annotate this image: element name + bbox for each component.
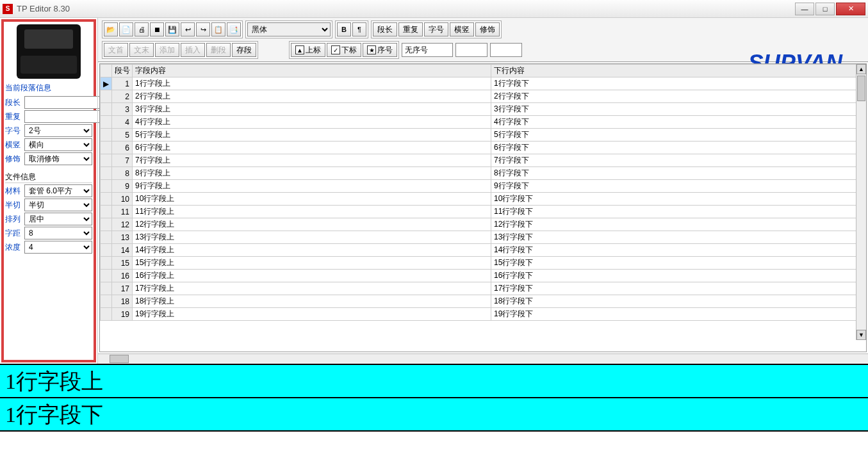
cell-lower[interactable]: 8行字段下	[491, 167, 866, 180]
table-row[interactable]: 55行字段上5行字段下	[101, 129, 866, 142]
row-marker[interactable]	[101, 193, 112, 206]
scroll-up-icon[interactable]: ▲	[856, 64, 866, 74]
cell-lower[interactable]: 13行字段下	[491, 231, 866, 244]
col-lower[interactable]: 下行内容	[491, 65, 866, 77]
cell-segment[interactable]: 3行字段上	[133, 103, 491, 116]
cell-segment[interactable]: 2行字段上	[133, 90, 491, 103]
col-rownum[interactable]: 段号	[112, 65, 133, 77]
paragraph-mark-button[interactable]: ¶	[352, 22, 366, 36]
scroll-down-icon[interactable]: ▼	[856, 330, 866, 340]
toolbar-icon-1[interactable]: 📄	[119, 22, 133, 36]
table-row[interactable]: 1111行字段上11行字段下	[101, 206, 866, 218]
table-row[interactable]: 1515行字段上15行字段下	[101, 257, 866, 270]
format-button-修饰[interactable]: 修饰	[475, 22, 500, 36]
table-row[interactable]: 1818行字段上18行字段下	[101, 295, 866, 308]
scroll-thumb[interactable]	[857, 76, 865, 101]
table-row[interactable]: 1010行字段上10行字段下	[101, 193, 866, 206]
cell-segment[interactable]: 6行字段上	[133, 142, 491, 154]
cell-segment[interactable]: 8行字段上	[133, 167, 491, 180]
format-button-重复[interactable]: 重复	[398, 22, 423, 36]
row-marker[interactable]	[101, 244, 112, 257]
cell-segment[interactable]: 7行字段上	[133, 154, 491, 167]
format-button-横竖[interactable]: 横竖	[450, 22, 474, 36]
superscript-button[interactable]: ▲上标	[291, 43, 325, 57]
cell-lower[interactable]: 14行字段下	[491, 244, 866, 257]
row-marker[interactable]	[101, 90, 112, 103]
row-marker[interactable]	[101, 282, 112, 295]
cell-lower[interactable]: 9行字段下	[491, 180, 866, 193]
row-marker[interactable]	[101, 206, 112, 218]
row-marker[interactable]	[101, 308, 112, 321]
table-row[interactable]: 99行字段上9行字段下	[101, 180, 866, 193]
prop-input-材料[interactable]: 套管 6.0平方	[24, 184, 92, 197]
cell-segment[interactable]: 10行字段上	[133, 193, 491, 206]
cell-segment[interactable]: 16行字段上	[133, 270, 491, 282]
sequence-input[interactable]	[402, 43, 453, 57]
row-marker[interactable]	[101, 218, 112, 231]
table-row[interactable]: 88行字段上8行字段下	[101, 167, 866, 180]
row-marker[interactable]	[101, 231, 112, 244]
row-marker[interactable]	[101, 270, 112, 282]
toolbar-icon-7[interactable]: 📋	[211, 22, 225, 36]
table-row[interactable]: 1313行字段上13行字段下	[101, 231, 866, 244]
nav-button-存段[interactable]: 存段	[232, 43, 256, 57]
cell-lower[interactable]: 17行字段下	[491, 282, 866, 295]
cell-lower[interactable]: 3行字段下	[491, 103, 866, 116]
row-marker[interactable]	[101, 116, 112, 129]
table-row[interactable]: 1616行字段上16行字段下	[101, 270, 866, 282]
toolbar-icon-4[interactable]: 💾	[165, 22, 179, 36]
row-marker[interactable]	[101, 257, 112, 270]
table-row[interactable]: 77行字段上7行字段下	[101, 154, 866, 167]
table-row[interactable]: 22行字段上2行字段下	[101, 90, 866, 103]
cell-segment[interactable]: 15行字段上	[133, 257, 491, 270]
row-marker[interactable]	[101, 142, 112, 154]
cell-lower[interactable]: 6行字段下	[491, 142, 866, 154]
extra-input-2[interactable]	[490, 43, 522, 57]
row-marker[interactable]	[101, 180, 112, 193]
table-row[interactable]: ▶11行字段上1行字段下	[101, 77, 866, 90]
close-button[interactable]: ✕	[836, 3, 865, 15]
prop-input-修饰[interactable]: 取消修饰	[24, 152, 92, 165]
prop-input-字距[interactable]: 8	[24, 227, 92, 239]
cell-segment[interactable]: 12行字段上	[133, 218, 491, 231]
minimize-button[interactable]: —	[795, 3, 814, 15]
horizontal-scrollbar[interactable]	[98, 353, 868, 364]
cell-segment[interactable]: 18行字段上	[133, 295, 491, 308]
cell-lower[interactable]: 18行字段下	[491, 295, 866, 308]
maximize-button[interactable]: □	[815, 3, 835, 15]
cell-lower[interactable]: 15行字段下	[491, 257, 866, 270]
row-marker[interactable]	[101, 295, 112, 308]
prop-input-横竖[interactable]: 横向	[24, 138, 92, 151]
bold-button[interactable]: B	[337, 22, 351, 36]
hscroll-thumb[interactable]	[110, 355, 129, 363]
col-segment[interactable]: 字段内容	[133, 65, 491, 77]
toolbar-icon-0[interactable]: 📂	[104, 22, 118, 36]
row-marker[interactable]: ▶	[101, 77, 112, 90]
cell-lower[interactable]: 4行字段下	[491, 116, 866, 129]
prop-input-浓度[interactable]: 4	[24, 241, 92, 254]
table-row[interactable]: 33行字段上3行字段下	[101, 103, 866, 116]
format-button-字号[interactable]: 字号	[424, 22, 448, 36]
prop-input-字号[interactable]: 2号	[24, 124, 92, 137]
toolbar-icon-2[interactable]: 🖨	[135, 22, 149, 36]
cell-lower[interactable]: 1行字段下	[491, 77, 866, 90]
table-row[interactable]: 1919行字段上19行字段下	[101, 308, 866, 321]
toolbar-icon-6[interactable]: ↪	[196, 22, 210, 36]
toolbar-icon-5[interactable]: ↩	[181, 22, 195, 36]
cell-lower[interactable]: 11行字段下	[491, 206, 866, 218]
toolbar-icon-8[interactable]: 📑	[227, 22, 241, 36]
cell-segment[interactable]: 9行字段上	[133, 180, 491, 193]
cell-lower[interactable]: 19行字段下	[491, 308, 866, 321]
cell-lower[interactable]: 12行字段下	[491, 218, 866, 231]
format-button-段长[interactable]: 段长	[373, 22, 397, 36]
cell-segment[interactable]: 4行字段上	[133, 116, 491, 129]
vertical-scrollbar[interactable]: ▲ ▼	[856, 64, 866, 340]
row-marker[interactable]	[101, 154, 112, 167]
cell-segment[interactable]: 19行字段上	[133, 308, 491, 321]
cell-segment[interactable]: 11行字段上	[133, 206, 491, 218]
extra-input-1[interactable]	[455, 43, 487, 57]
table-row[interactable]: 1414行字段上14行字段下	[101, 244, 866, 257]
prop-input-半切[interactable]: 半切	[24, 199, 92, 211]
cell-lower[interactable]: 7行字段下	[491, 154, 866, 167]
row-marker[interactable]	[101, 103, 112, 116]
